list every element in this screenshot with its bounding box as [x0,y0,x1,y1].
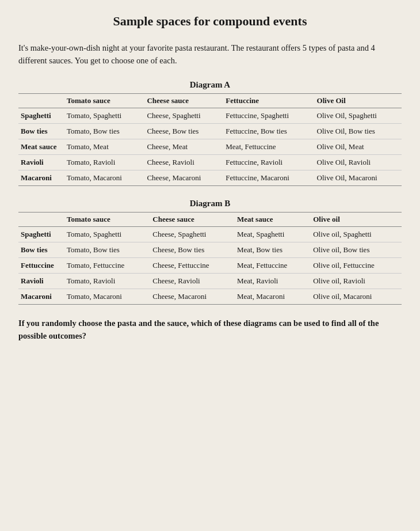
table-cell: Olive Oil, Macaroni [315,170,402,185]
footer-text: If you randomly choose the pasta and the… [18,317,402,343]
col-header-empty-a [18,93,64,108]
diagram-a-table: Tomato sauce Cheese sauce Fettuccine Oli… [18,93,402,186]
table-cell: Tomato, Spaghetti [64,226,150,242]
table-row: FettuccineTomato, FettuccineCheese, Fett… [18,257,402,273]
row-label: Spaghetti [18,108,64,123]
col-header-meat-b: Meat sauce [235,212,311,226]
table-row: RavioliTomato, RavioliCheese, RavioliFet… [18,154,402,170]
table-cell: Meat, Spaghetti [235,226,311,242]
table-cell: Fettuccine, Macaroni [223,170,314,185]
table-cell: Tomato, Macaroni [64,289,150,304]
table-cell: Olive oil, Fettuccine [311,257,402,273]
col-header-tomato-a: Tomato sauce [64,93,144,108]
table-cell: Meat, Bow ties [235,242,311,257]
row-label: Macaroni [18,170,64,185]
table-cell: Fettuccine, Spaghetti [223,108,314,123]
table-cell: Cheese, Meat [144,139,223,154]
table-cell: Olive Oil, Meat [315,139,402,154]
table-cell: Olive Oil, Spaghetti [315,108,402,123]
table-row: Bow tiesTomato, Bow tiesCheese, Bow ties… [18,123,402,139]
row-label: Bow ties [18,123,64,139]
col-header-fettuccine-a: Fettuccine [223,93,314,108]
table-row: SpaghettiTomato, SpaghettiCheese, Spaghe… [18,108,402,123]
table-row: MacaroniTomato, MacaroniCheese, Macaroni… [18,170,402,185]
table-cell: Cheese, Bow ties [150,242,235,257]
table-cell: Tomato, Bow ties [64,242,150,257]
table-cell: Cheese, Ravioli [144,154,223,170]
table-cell: Tomato, Spaghetti [64,108,144,123]
table-cell: Olive oil, Spaghetti [311,226,402,242]
table-cell: Tomato, Fettuccine [64,257,150,273]
row-label: Meat sauce [18,139,64,154]
table-cell: Tomato, Ravioli [64,273,150,289]
row-label: Ravioli [18,154,64,170]
col-header-olive-b: Olive oil [311,212,402,226]
table-cell: Cheese, Spaghetti [150,226,235,242]
table-row: Meat sauceTomato, MeatCheese, MeatMeat, … [18,139,402,154]
page-title: Sample spaces for compound events [18,14,402,29]
diagram-b-table: Tomato sauce Cheese sauce Meat sauce Oli… [18,212,402,305]
table-cell: Olive Oil, Bow ties [315,123,402,139]
col-header-empty-b [18,212,64,226]
table-cell: Olive oil, Macaroni [311,289,402,304]
table-cell: Meat, Ravioli [235,273,311,289]
table-cell: Fettuccine, Bow ties [223,123,314,139]
row-label: Spaghetti [18,226,64,242]
table-row: MacaroniTomato, MacaroniCheese, Macaroni… [18,289,402,304]
diagram-a-title: Diagram A [18,80,402,90]
table-cell: Olive Oil, Ravioli [315,154,402,170]
col-header-tomato-b: Tomato sauce [64,212,150,226]
diagram-b: Diagram B Tomato sauce Cheese sauce Meat… [18,199,402,305]
table-row: Bow tiesTomato, Bow tiesCheese, Bow ties… [18,242,402,257]
col-header-cheese-b: Cheese sauce [150,212,235,226]
diagram-b-title: Diagram B [18,199,402,208]
table-cell: Cheese, Macaroni [144,170,223,185]
table-cell: Meat, Fettuccine [235,257,311,273]
table-cell: Tomato, Bow ties [64,123,144,139]
col-header-cheese-a: Cheese sauce [144,93,223,108]
row-label: Macaroni [18,289,64,304]
table-cell: Tomato, Macaroni [64,170,144,185]
table-cell: Cheese, Macaroni [150,289,235,304]
col-header-oliveoil-a: Olive Oil [315,93,402,108]
table-cell: Tomato, Meat [64,139,144,154]
table-cell: Fettuccine, Ravioli [223,154,314,170]
table-cell: Meat, Fettuccine [223,139,314,154]
table-cell: Cheese, Fettuccine [150,257,235,273]
diagram-a: Diagram A Tomato sauce Cheese sauce Fett… [18,80,402,186]
table-cell: Olive oil, Bow ties [311,242,402,257]
table-cell: Tomato, Ravioli [64,154,144,170]
row-label: Ravioli [18,273,64,289]
table-row: SpaghettiTomato, SpaghettiCheese, Spaghe… [18,226,402,242]
row-label: Bow ties [18,242,64,257]
table-cell: Cheese, Ravioli [150,273,235,289]
intro-text: It's make-your-own-dish night at your fa… [18,41,402,67]
table-cell: Cheese, Bow ties [144,123,223,139]
table-cell: Cheese, Spaghetti [144,108,223,123]
table-cell: Olive oil, Ravioli [311,273,402,289]
table-cell: Meat, Macaroni [235,289,311,304]
table-row: RavioliTomato, RavioliCheese, RavioliMea… [18,273,402,289]
row-label: Fettuccine [18,257,64,273]
